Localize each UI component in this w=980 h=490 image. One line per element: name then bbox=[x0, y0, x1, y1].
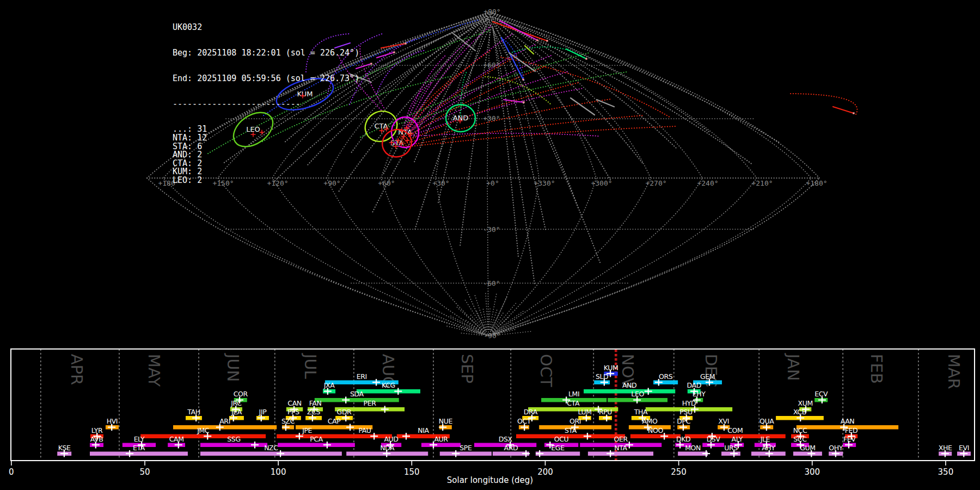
activity-bar-jmc bbox=[140, 434, 266, 439]
meridian-line bbox=[488, 12, 651, 336]
shower-label-xvi: XVI bbox=[718, 417, 729, 425]
month-label-mar: MAR bbox=[945, 354, 963, 389]
shower-label-can: CAN bbox=[287, 399, 301, 407]
shower-label-spe: SPE bbox=[460, 444, 472, 452]
meteor-streak-solid bbox=[501, 38, 523, 79]
shower-label-ori: ORI bbox=[569, 417, 581, 425]
x-axis-title: Solar longitude (deg) bbox=[447, 475, 533, 485]
observation-info: UK0032 Beg: 20251108 18:22:01 (sol = 226… bbox=[173, 7, 359, 193]
month-label-oct: OCT bbox=[537, 354, 555, 387]
separator-line: -------------------------- bbox=[173, 100, 359, 109]
meteor-streak-solid bbox=[571, 98, 595, 115]
shower-label-ssg: SSG bbox=[227, 435, 240, 443]
month-label-jul: JUL bbox=[301, 353, 320, 379]
shower-label-nia: NIA bbox=[418, 426, 429, 434]
meteor-trail-dotted bbox=[461, 72, 467, 118]
shower-label-xum: XUM bbox=[798, 399, 813, 407]
shower-label-cor: COR bbox=[234, 390, 248, 398]
peak-marker-pau bbox=[370, 433, 378, 440]
shower-label-kum: KUM bbox=[604, 364, 618, 372]
shower-label-pca: PCA bbox=[310, 435, 323, 443]
shower-count-list: ...: 31NTA: 12STA: 6AND: 2CTA: 2KUM: 2LE… bbox=[173, 125, 359, 185]
meridian-line bbox=[381, 12, 490, 336]
activity-bar-and bbox=[584, 389, 675, 394]
shower-label-amo: AMO bbox=[642, 417, 658, 425]
peak-marker-nta bbox=[607, 450, 614, 457]
shower-label-dra: DRA bbox=[524, 408, 538, 416]
meteor-trail-dotted bbox=[383, 19, 487, 175]
shower-label-gum: GUM bbox=[800, 444, 815, 452]
shower-label-jle: JLE bbox=[760, 435, 770, 443]
shower-label-zcs: ZCS bbox=[307, 408, 320, 416]
activity-bar-eta bbox=[90, 452, 188, 456]
pole-fan-spoke bbox=[489, 308, 491, 329]
meteor-trail-dotted bbox=[492, 21, 752, 164]
shower-label-szc: SZC bbox=[281, 417, 295, 425]
shower-label-nta: NTA bbox=[614, 444, 627, 452]
begin-time: Beg: 20251108 18:22:01 (sol = 226.24°) bbox=[173, 49, 359, 58]
shower-label-eri: ERI bbox=[357, 372, 367, 381]
meteor-end-dot bbox=[370, 63, 372, 64]
meteor-trail-dotted bbox=[438, 20, 488, 203]
longitude-label: +330° bbox=[534, 179, 555, 187]
x-tick-label: 300 bbox=[804, 467, 820, 477]
shower-label-com: COM bbox=[727, 426, 743, 434]
shower-label-xhe: XHE bbox=[939, 444, 952, 452]
shower-label-cam: CAM bbox=[169, 435, 184, 443]
longitude-label: +0° bbox=[486, 179, 499, 187]
longitude-label: +60° bbox=[378, 179, 395, 187]
shower-label-sda: SDA bbox=[350, 390, 364, 398]
shower-label-urs: URS bbox=[724, 444, 738, 452]
activity-bar-spe bbox=[440, 452, 492, 456]
shower-label-nda: NDA bbox=[380, 444, 395, 452]
activity-bar-jpe bbox=[277, 434, 338, 439]
shower-label-ard: ARD bbox=[504, 444, 518, 452]
shower-label-ely: ELY bbox=[134, 435, 145, 443]
shower-label-eta: ETA bbox=[133, 444, 145, 452]
shower-label-dsx: DSX bbox=[499, 435, 513, 443]
shower-label-mon: MON bbox=[685, 444, 701, 452]
shower-label-dsv: DSV bbox=[707, 435, 721, 443]
shower-label-tah: TAH bbox=[187, 408, 200, 416]
shower-label-nzc: NZC bbox=[264, 444, 278, 452]
shower-label-avb: AVB bbox=[90, 435, 103, 443]
pole-fan-spoke bbox=[450, 316, 482, 333]
peak-marker-ege bbox=[536, 450, 543, 457]
activity-bar-noo bbox=[630, 434, 681, 439]
shower-label-xcb: XCB bbox=[793, 408, 806, 416]
shower-label-scc: SCC bbox=[793, 435, 807, 443]
radiant-map-screen: { "info": { "station": "UK0032", "beg_li… bbox=[0, 0, 980, 490]
peak-marker-per bbox=[381, 406, 389, 413]
longitude-label: +270° bbox=[645, 179, 666, 187]
latitude-label: +60° bbox=[483, 61, 500, 69]
x-tick-label: 250 bbox=[671, 467, 687, 477]
peak-marker-sda bbox=[342, 397, 350, 404]
shower-label-fan: FAN bbox=[309, 399, 322, 407]
shower-label-kse: KSE bbox=[58, 444, 71, 452]
shower-label-psu: PSU bbox=[679, 408, 693, 416]
shower-label-ahy: AHY bbox=[762, 444, 775, 452]
activity-bar-nzc bbox=[200, 452, 342, 456]
x-tick-label: 350 bbox=[938, 467, 954, 477]
pole-fan-spoke bbox=[494, 311, 524, 332]
shower-label-sld: SLD bbox=[596, 372, 608, 381]
shower-label-cta: CTA bbox=[567, 399, 580, 407]
shower-label-ehy: EHY bbox=[693, 390, 706, 398]
shower-label-ors: ORS bbox=[659, 372, 673, 381]
shower-label-pps: PPS bbox=[287, 408, 299, 416]
x-tick-label: 200 bbox=[537, 467, 553, 477]
radiant-plot: KUMLEOCTANTASTAAND+90°+60°+30°-30°-60°-9… bbox=[0, 0, 980, 490]
shower-label-tha: THA bbox=[634, 408, 648, 416]
activity-bar-sta bbox=[516, 434, 625, 439]
shower-label-and: AND bbox=[622, 381, 636, 389]
longitude-label: +30° bbox=[432, 179, 449, 187]
shower-label-lmi: LMI bbox=[568, 390, 579, 398]
shower-label-ocu: OCU bbox=[554, 435, 569, 443]
shower-label-aur: AUR bbox=[434, 435, 448, 443]
shower-label-jea: JEA bbox=[231, 408, 242, 416]
peak-marker-nia bbox=[402, 433, 410, 440]
shower-count: LEO: 2 bbox=[173, 176, 359, 185]
station-id: UK0032 bbox=[173, 23, 359, 32]
x-tick-label: 0 bbox=[9, 467, 14, 477]
shower-label-aly: ALY bbox=[732, 435, 743, 443]
